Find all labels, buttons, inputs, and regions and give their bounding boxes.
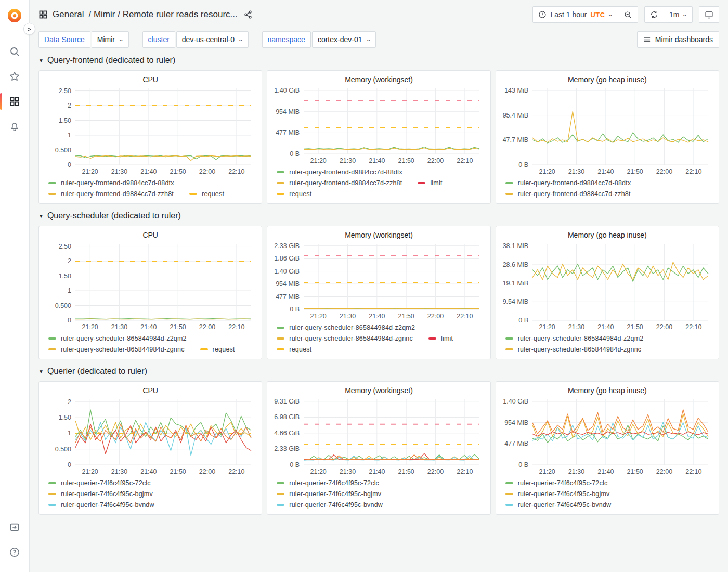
panel-chart[interactable]: 00.50011.5022.5021:2021:3021:4021:5022:0… [43,241,257,332]
time-series-chart[interactable]: 00.50011.50221:2021:3021:4021:5022:0022:… [43,396,257,476]
legend-item[interactable]: ruler-query-scheduler-865844984d-z2qm2 [277,324,415,331]
legend-item[interactable]: ruler-querier-74f6c4f95c-72clc [277,479,379,487]
row-header[interactable]: ▼Querier (dedicated to ruler) [38,364,719,379]
legend-item[interactable]: ruler-query-frontend-d9884cc7d-zzh8t [277,179,402,187]
time-series-chart[interactable]: 0 B477 MiB954 MiB1.40 GiB1.86 GiB2.33 Gi… [271,241,486,321]
legend-item[interactable]: ruler-query-scheduler-865844984d-zgnnc [505,346,642,353]
variable-label[interactable]: Data Source [38,31,90,48]
legend-swatch [48,493,56,495]
legend-item[interactable]: ruler-querier-74f6c4f95c-bgjmv [48,490,153,498]
grafana-logo[interactable] [6,7,23,24]
legend-item[interactable]: ruler-querier-74f6c4f95c-bvndw [505,501,612,509]
panel-chart[interactable]: 0 B477 MiB954 MiB1.40 GiB1.86 GiB2.33 Gi… [271,241,486,321]
legend-label: ruler-query-frontend-d9884cc7d-zzh8t [518,190,631,198]
legend-label: ruler-query-frontend-d9884cc7d-zzh8t [289,179,402,187]
x-axis-tick-label: 21:50 [627,468,643,475]
panel-title[interactable]: CPU [43,74,257,85]
kiosk-mode-button[interactable] [699,7,719,22]
legend-item[interactable]: limit [418,179,442,187]
legend-item[interactable]: ruler-query-scheduler-865844984d-z2qm2 [505,335,644,342]
legend-swatch [505,182,513,184]
panel-title[interactable]: CPU [43,385,257,396]
legend-label: limit [430,179,442,187]
legend-label: ruler-query-frontend-d9884cc7d-88dtx [289,168,402,176]
panel-title[interactable]: CPU [43,229,257,241]
y-axis-tick-label: 95.4 MiB [502,112,528,119]
breadcrumb-path[interactable]: / Mimir / Remote ruler reads resourc... [88,9,237,20]
legend-item[interactable]: limit [428,335,453,342]
time-series-chart[interactable]: 0 B477 MiB954 MiB1.40 GiB21:2021:3021:40… [500,396,714,476]
x-axis-tick-label: 21:30 [111,168,127,175]
legend-item[interactable]: ruler-querier-74f6c4f95c-72clc [505,479,608,487]
legend-swatch [277,504,284,506]
legend-item[interactable]: request [277,346,311,353]
variable-label[interactable]: cluster [142,31,175,48]
panel-title[interactable]: Memory (go heap inuse) [500,74,714,85]
variable-value-dropdown[interactable]: dev-us-central-0⌄ [176,31,249,48]
refresh-interval-picker[interactable]: 1m ⌄ [664,7,692,22]
y-axis-tick-label: 28.6 MiB [502,261,528,268]
legend-item[interactable]: ruler-query-scheduler-865844984d-zgnnc [48,346,185,353]
panel-chart[interactable]: 0 B9.54 MiB19.1 MiB28.6 MiB38.1 MiB21:20… [500,241,714,332]
variable-value-dropdown[interactable]: cortex-dev-01⌄ [312,31,376,48]
refresh-button[interactable] [645,7,664,22]
sidebar-item-search[interactable] [0,39,29,64]
legend-item[interactable]: ruler-querier-74f6c4f95c-bgjmv [277,490,381,498]
legend-item[interactable]: request [189,190,224,198]
legend-item[interactable]: ruler-querier-74f6c4f95c-bgjmv [505,490,610,498]
legend-item[interactable]: ruler-query-frontend-d9884cc7d-88dtx [48,179,174,187]
panel-title[interactable]: Memory (go heap inuse) [500,385,714,396]
y-axis-tick-label: 0 [68,161,71,168]
panel-title[interactable]: Memory (workingset) [271,385,486,396]
panel-title[interactable]: Memory (workingset) [271,74,486,85]
panel-title[interactable]: Memory (workingset) [271,229,486,241]
x-axis-tick-label: 21:30 [340,468,356,475]
time-series-chart[interactable]: 0 B477 MiB954 MiB1.40 GiB21:2021:3021:40… [271,85,486,165]
legend-item[interactable]: ruler-query-frontend-d9884cc7d-zzh8t [48,190,174,198]
sidebar-expand-button[interactable]: > [23,23,35,35]
share-button[interactable] [242,9,254,20]
legend-item[interactable]: ruler-query-frontend-d9884cc7d-88dtx [277,168,402,176]
sidebar-item-starred[interactable] [0,64,29,89]
legend-item[interactable]: ruler-query-scheduler-865844984d-zgnnc [277,335,413,342]
panel-chart[interactable]: 0 B47.7 MiB95.4 MiB143 MiB21:2021:3021:4… [500,85,714,176]
sidebar-item-sign-in[interactable] [0,515,29,540]
panel-chart[interactable]: 0 B477 MiB954 MiB1.40 GiB21:2021:3021:40… [500,396,714,476]
legend-item[interactable]: ruler-query-frontend-d9884cc7d-88dtx [505,179,631,187]
sidebar-item-dashboards[interactable] [0,89,29,114]
variable-value-dropdown[interactable]: Mimir⌄ [92,31,129,48]
panel-title[interactable]: Memory (go heap inuse) [500,229,714,241]
legend-line: ruler-query-scheduler-865844984d-z2qm2 [277,322,486,333]
panel-memory-go-heap-inuse: Memory (go heap inuse)0 B47.7 MiB95.4 Mi… [496,70,719,204]
row-header[interactable]: ▼Query-scheduler (dedicated to ruler) [38,209,719,223]
mimir-dashboards-button[interactable]: Mimir dashboards [637,31,719,48]
breadcrumb-root[interactable]: General [53,9,84,20]
time-series-chart[interactable]: 00.50011.5022.5021:2021:3021:4021:5022:0… [43,85,257,176]
legend-item[interactable]: ruler-querier-74f6c4f95c-72clc [48,479,151,487]
legend-item[interactable]: ruler-querier-74f6c4f95c-bvndw [277,501,383,509]
time-series-chart[interactable]: 0 B2.33 GiB4.66 GiB6.98 GiB9.31 GiB21:20… [271,396,486,476]
panel-chart[interactable]: 0 B2.33 GiB4.66 GiB6.98 GiB9.31 GiB21:20… [271,396,486,476]
x-axis-tick-label: 21:30 [340,157,356,164]
row-header[interactable]: ▼Query-frontend (dedicated to ruler) [38,53,719,68]
x-axis-tick-label: 22:10 [685,468,701,475]
time-series-chart[interactable]: 0 B47.7 MiB95.4 MiB143 MiB21:2021:3021:4… [500,85,714,176]
legend-item[interactable]: ruler-query-scheduler-865844984d-z2qm2 [48,335,187,342]
legend-item[interactable]: request [200,346,235,353]
panel-chart[interactable]: 0 B477 MiB954 MiB1.40 GiB21:2021:3021:40… [271,85,486,165]
zoom-out-button[interactable] [618,7,638,22]
legend-item[interactable]: ruler-querier-74f6c4f95c-bvndw [48,501,154,509]
time-series-chart[interactable]: 00.50011.5022.5021:2021:3021:4021:5022:0… [43,241,257,332]
panel-chart[interactable]: 00.50011.50221:2021:3021:4021:5022:0022:… [43,396,257,476]
panel-chart[interactable]: 00.50011.5022.5021:2021:3021:4021:5022:0… [43,85,257,176]
legend-item[interactable]: ruler-query-frontend-d9884cc7d-zzh8t [505,190,631,198]
sidebar-item-help[interactable] [0,540,29,565]
legend-label: ruler-querier-74f6c4f95c-72clc [61,479,151,487]
time-range-picker[interactable]: Last 1 hour UTC ⌄ [533,7,618,22]
variable-label[interactable]: namespace [262,31,311,48]
time-series-chart[interactable]: 0 B9.54 MiB19.1 MiB28.6 MiB38.1 MiB21:20… [500,241,714,332]
y-axis-tick-label: 0 B [290,306,300,313]
legend-item[interactable]: request [277,190,311,198]
legend-line: ruler-querier-74f6c4f95c-bgjmv [277,488,486,499]
sidebar-item-alerting[interactable] [0,114,29,139]
